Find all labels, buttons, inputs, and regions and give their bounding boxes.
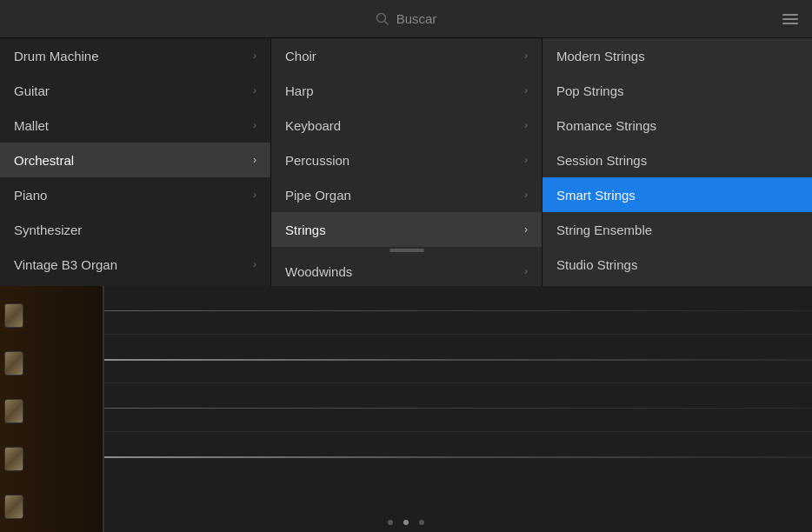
- chevron-icon: ›: [253, 84, 256, 96]
- chevron-icon: ›: [524, 84, 528, 96]
- menu-item-studio-strings[interactable]: Studio Strings: [542, 247, 812, 282]
- search-icon: [376, 12, 389, 26]
- menu-item-harp[interactable]: Harp ›: [271, 73, 542, 108]
- scroll-indicator: [271, 247, 542, 254]
- tuning-peg: [4, 447, 23, 471]
- nav-dot[interactable]: [419, 520, 424, 525]
- menu-item-string-ensemble[interactable]: String Ensemble: [542, 212, 812, 247]
- chevron-icon: ›: [524, 265, 528, 277]
- menu-item-woodwinds[interactable]: Woodwinds ›: [271, 254, 542, 289]
- string-row: [104, 335, 812, 383]
- chevron-icon: ›: [253, 189, 256, 201]
- chevron-icon: ›: [253, 50, 256, 62]
- menu-icon[interactable]: [782, 14, 798, 24]
- subcategory-column: Choir › Harp › Keyboard › Percussion › P…: [271, 38, 542, 286]
- chevron-icon: ›: [253, 119, 256, 131]
- chevron-icon: ›: [524, 223, 528, 236]
- menu-item-piano[interactable]: Piano ›: [0, 177, 270, 212]
- left-panel: [0, 286, 104, 532]
- menus-container: Drum Machine › Guitar › Mallet › Orchest…: [0, 38, 812, 286]
- menu-item-keyboard[interactable]: Keyboard ›: [271, 108, 542, 143]
- menu-item-choir[interactable]: Choir ›: [271, 38, 542, 73]
- string-row: [104, 383, 812, 432]
- instrument-column: Modern Strings Pop Strings Romance Strin…: [542, 38, 812, 286]
- menu-item-pipe-organ[interactable]: Pipe Organ ›: [271, 177, 542, 212]
- menu-item-session-strings[interactable]: Session Strings: [542, 143, 812, 177]
- menu-item-modern-strings[interactable]: Modern Strings: [542, 38, 812, 73]
- scroll-handle: [389, 249, 424, 252]
- menu-item-guitar[interactable]: Guitar ›: [0, 73, 270, 108]
- search-bar[interactable]: Buscar: [0, 0, 812, 38]
- menu-item-pop-strings[interactable]: Pop Strings: [542, 73, 812, 108]
- menu-item-percussion[interactable]: Percussion ›: [271, 143, 542, 177]
- chevron-icon: ›: [524, 154, 528, 166]
- menu-item-vintage-b3[interactable]: Vintage B3 Organ ›: [0, 247, 270, 282]
- strings-area: [104, 286, 812, 532]
- chevron-icon: ›: [524, 189, 528, 201]
- category-column: Drum Machine › Guitar › Mallet › Orchest…: [0, 38, 271, 286]
- tuning-peg: [4, 303, 23, 328]
- svg-line-1: [384, 21, 388, 24]
- nav-dot[interactable]: [388, 520, 393, 525]
- menu-item-strings[interactable]: Strings ›: [271, 212, 542, 247]
- tuning-peg: [4, 495, 23, 519]
- menu-item-synthesizer[interactable]: Synthesizer: [0, 212, 270, 247]
- nav-dot-active[interactable]: [403, 520, 409, 525]
- tuning-peg: [4, 399, 23, 423]
- bottom-dots: [388, 520, 424, 525]
- string-line: [104, 310, 812, 311]
- tuning-peg: [4, 351, 23, 376]
- string-row: [104, 286, 812, 335]
- search-inner: Buscar: [376, 11, 437, 26]
- chevron-icon: ›: [253, 258, 256, 270]
- search-placeholder: Buscar: [396, 11, 437, 26]
- string-line: [104, 359, 812, 361]
- menu-item-smart-strings[interactable]: Smart Strings: [542, 177, 812, 212]
- chevron-icon: ›: [253, 154, 256, 166]
- string-row: [104, 432, 812, 481]
- menu-item-drum-machine[interactable]: Drum Machine ›: [0, 38, 270, 73]
- chevron-icon: ›: [524, 119, 528, 131]
- string-line: [104, 408, 812, 409]
- menu-item-romance-strings[interactable]: Romance Strings: [542, 108, 812, 143]
- instrument-area: [0, 286, 812, 532]
- chevron-icon: ›: [524, 50, 528, 62]
- string-line: [104, 456, 812, 458]
- menu-item-orchestral[interactable]: Orchestral ›: [0, 143, 270, 177]
- menu-item-mallet[interactable]: Mallet ›: [0, 108, 270, 143]
